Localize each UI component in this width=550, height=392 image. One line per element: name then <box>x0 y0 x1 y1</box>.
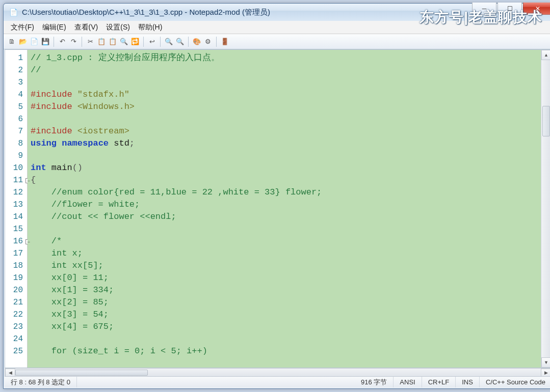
maximize-button[interactable]: ☐ <box>497 3 522 15</box>
line-number[interactable]: 1 <box>5 52 27 64</box>
toolbar-separator <box>143 37 144 47</box>
code-line[interactable]: #include <iostream> <box>28 125 541 137</box>
toolbar-separator <box>160 37 161 47</box>
app-icon: 📄 <box>9 8 18 17</box>
line-number[interactable]: 10 <box>5 162 27 174</box>
code-line[interactable]: xx[2] = 85; <box>28 296 541 309</box>
line-number[interactable]: 23 <box>5 321 27 333</box>
line-number[interactable]: 22 <box>5 309 27 321</box>
code-line[interactable]: //flower = white; <box>28 199 541 211</box>
line-number[interactable]: 13 <box>5 199 27 211</box>
scroll-right-arrow-icon[interactable]: ▶ <box>541 369 550 377</box>
menu-item-帮助[interactable]: 帮助(H) <box>134 21 166 34</box>
menubar: 文件(F)编辑(E)查看(V)设置(S)帮助(H) <box>4 21 550 34</box>
code-line[interactable]: // <box>28 64 541 76</box>
code-line[interactable]: int main() <box>28 162 541 174</box>
code-line[interactable]: /* <box>28 235 541 247</box>
paste-icon[interactable]: 📋 <box>108 37 118 47</box>
code-line[interactable]: xx[4] = 675; <box>28 321 541 333</box>
line-number[interactable]: 18 <box>5 260 27 272</box>
line-number[interactable]: 7 <box>5 125 27 137</box>
wordwrap-icon[interactable]: ↩ <box>147 37 157 47</box>
code-line[interactable]: int xx[5]; <box>28 260 541 272</box>
code-line[interactable]: for (size_t i = 0; i < 5; i++) <box>28 345 541 357</box>
line-number-gutter[interactable]: 1234567891011121314151617181920212223242… <box>5 50 28 368</box>
line-number[interactable]: 2 <box>5 64 27 76</box>
toolbar-separator <box>188 37 189 47</box>
vertical-scroll-thumb[interactable] <box>542 106 550 136</box>
line-number[interactable]: 19 <box>5 272 27 284</box>
line-number[interactable]: 8 <box>5 137 27 150</box>
minimize-button[interactable]: ─ <box>472 3 496 15</box>
code-line[interactable]: int x; <box>28 247 541 260</box>
code-line[interactable]: { <box>28 174 541 186</box>
status-insert-mode[interactable]: INS <box>456 377 480 387</box>
menu-item-编辑[interactable]: 编辑(E) <box>38 21 70 34</box>
toolbar: 🗎📂📄💾↶↷✂📋📋🔍🔁↩🔍🔍🎨⚙🚪 <box>4 34 550 49</box>
code-line[interactable]: xx[1] = 334; <box>28 284 541 296</box>
line-number[interactable]: 15 <box>5 223 27 235</box>
code-line[interactable] <box>28 113 541 125</box>
cut-icon[interactable]: ✂ <box>85 37 95 47</box>
scheme-icon[interactable]: 🎨 <box>192 37 202 47</box>
app-window: 📄 C:\Users\toutiao\Desktop\C++\1_3\1_3\1… <box>3 3 550 389</box>
redo-icon[interactable]: ↷ <box>68 37 78 47</box>
line-number[interactable]: 11 <box>5 174 27 186</box>
vertical-scrollbar[interactable]: ▲ ▼ <box>541 50 550 368</box>
config-icon[interactable]: ⚙ <box>203 37 213 47</box>
line-number[interactable]: 25 <box>5 345 27 357</box>
close-button[interactable]: ✕ <box>523 3 550 15</box>
line-number[interactable]: 4 <box>5 89 27 101</box>
line-number[interactable]: 6 <box>5 113 27 125</box>
code-line[interactable] <box>28 333 541 345</box>
status-language[interactable]: C/C++ Source Code <box>480 377 550 387</box>
code-line[interactable]: xx[3] = 54; <box>28 309 541 321</box>
code-line[interactable] <box>28 150 541 162</box>
scroll-down-arrow-icon[interactable]: ▼ <box>541 357 550 368</box>
code-editor[interactable]: // 1_3.cpp : 定义控制台应用程序的入口点。//#include "s… <box>28 50 541 368</box>
zoomin-icon[interactable]: 🔍 <box>164 37 174 47</box>
find-icon[interactable]: 🔍 <box>119 37 129 47</box>
status-eol[interactable]: CR+LF <box>422 377 456 387</box>
line-number[interactable]: 14 <box>5 211 27 223</box>
toolbar-separator <box>216 37 217 47</box>
code-line[interactable]: #include <Windows.h> <box>28 101 541 113</box>
status-position[interactable]: 行 8 : 68 列 8 选定 0 <box>5 377 77 387</box>
code-line[interactable]: //cout << flower <<endl; <box>28 211 541 223</box>
exit-icon[interactable]: 🚪 <box>220 37 230 47</box>
new-icon[interactable]: 🗎 <box>7 37 17 47</box>
line-number[interactable]: 12 <box>5 186 27 199</box>
menu-item-文件[interactable]: 文件(F) <box>7 21 38 34</box>
menu-item-设置[interactable]: 设置(S) <box>102 21 134 34</box>
line-number[interactable]: 3 <box>5 76 27 89</box>
titlebar[interactable]: 📄 C:\Users\toutiao\Desktop\C++\1_3\1_3\1… <box>4 4 550 21</box>
status-bytes[interactable]: 916 字节 <box>355 377 394 387</box>
code-line[interactable] <box>28 76 541 89</box>
line-number[interactable]: 17 <box>5 247 27 260</box>
scroll-up-arrow-icon[interactable]: ▲ <box>541 50 550 60</box>
copy-icon[interactable]: 📋 <box>96 37 107 47</box>
horizontal-scroll-thumb[interactable] <box>15 370 148 376</box>
save-icon[interactable]: 💾 <box>40 37 50 47</box>
open-icon[interactable]: 📂 <box>18 37 28 47</box>
line-number[interactable]: 21 <box>5 296 27 309</box>
zoomout-icon[interactable]: 🔍 <box>175 37 185 47</box>
code-line[interactable]: #include "stdafx.h" <box>28 89 541 101</box>
code-line[interactable] <box>28 223 541 235</box>
line-number[interactable]: 16 <box>5 235 27 247</box>
line-number[interactable]: 20 <box>5 284 27 296</box>
line-number[interactable]: 9 <box>5 150 27 162</box>
code-line[interactable]: xx[0] = 11; <box>28 272 541 284</box>
code-line[interactable]: // 1_3.cpp : 定义控制台应用程序的入口点。 <box>28 52 541 64</box>
code-line[interactable]: using namespace std; <box>28 137 541 150</box>
scroll-left-arrow-icon[interactable]: ◀ <box>5 369 15 377</box>
hscroll-track[interactable] <box>15 369 541 377</box>
undo-icon[interactable]: ↶ <box>57 37 67 47</box>
code-line[interactable]: //enum color{red = 11,blue = 22 ,white =… <box>28 186 541 199</box>
menu-item-查看[interactable]: 查看(V) <box>70 21 102 34</box>
line-number[interactable]: 5 <box>5 101 27 113</box>
replace-icon[interactable]: 🔁 <box>130 37 140 47</box>
recent-icon[interactable]: 📄 <box>29 37 39 47</box>
line-number[interactable]: 24 <box>5 333 27 345</box>
status-encoding[interactable]: ANSI <box>394 377 422 387</box>
